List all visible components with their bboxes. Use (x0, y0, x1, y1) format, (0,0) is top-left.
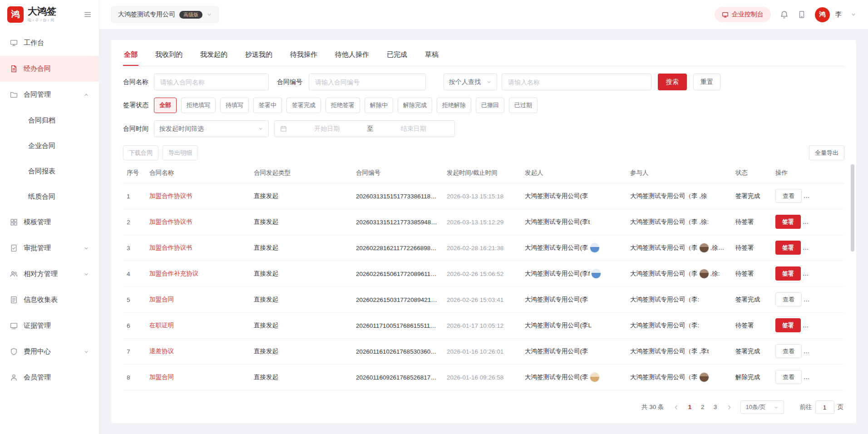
user-avatar[interactable]: 鸿 (815, 7, 830, 22)
sidebar-item-contract-mgmt[interactable]: 合同管理 (0, 82, 99, 108)
time-filter-select[interactable]: 按发起时间筛选 (154, 120, 269, 137)
person-icon (10, 374, 18, 381)
status-chip[interactable]: 已过期 (509, 98, 538, 113)
tab-已完成[interactable]: 已完成 (386, 43, 408, 66)
user-menu-chevron-down-icon[interactable] (851, 12, 856, 17)
person-search-select[interactable]: 按个人查找 (444, 74, 497, 90)
person-name-input[interactable] (502, 74, 651, 90)
sign-button[interactable]: 签署 (775, 266, 801, 281)
enterprise-console-button[interactable]: 企业控制台 (715, 7, 771, 22)
tab-待我操作[interactable]: 待我操作 (289, 43, 318, 66)
view-button[interactable]: 查看 (775, 189, 802, 203)
sidebar-item-approval-mgmt[interactable]: 审批管理 (0, 235, 99, 261)
tab-我发起的[interactable]: 我发起的 (199, 43, 228, 66)
status-chip[interactable]: 签署完成 (286, 98, 321, 113)
sidebar-item-counterparty-mgmt[interactable]: 相对方管理 (0, 261, 99, 287)
initiate-type: 直接发起 (250, 261, 352, 287)
sidebar-item-member-mgmt[interactable]: 会员管理 (0, 365, 99, 390)
contract-name-link[interactable]: 退差协议 (149, 348, 174, 355)
page-size-select[interactable]: 10条/页 (740, 400, 784, 414)
status-chip[interactable]: 拒绝签署 (326, 98, 360, 113)
export-detail-button[interactable]: 导出明细 (163, 145, 198, 160)
sidebar-item-fee-center[interactable]: 费用中心 (0, 339, 99, 365)
sidebar-subitem[interactable]: 纸质合同 (0, 184, 99, 209)
goto-page-input[interactable] (815, 400, 834, 414)
sign-button[interactable]: 签署 (775, 241, 801, 255)
total-count: 共 30 条 (641, 403, 664, 411)
participant-cell: 大鸿签测试专用公司（李 ,徐: (626, 209, 732, 235)
vertical-scrollbar[interactable] (851, 164, 854, 252)
sidebar-item-info-forms[interactable]: 信息收集表 (0, 287, 99, 313)
page-number-2[interactable]: 2 (696, 401, 709, 414)
status-text: 签署完成 (732, 339, 772, 365)
sidebar-subitem[interactable]: 合同报表 (0, 158, 99, 184)
sign-button[interactable]: 签署 (775, 318, 801, 332)
contract-name-link[interactable]: 加盟合作协议书 (149, 192, 192, 199)
search-button[interactable]: 搜索 (658, 74, 687, 90)
status-chip[interactable]: 签署中 (253, 98, 282, 113)
date-range-picker[interactable]: 开始日期 至 结束日期 (274, 120, 455, 137)
table-toolbar: 下载合同 导出明细 全量导出 (123, 145, 844, 160)
row-index: 4 (123, 261, 146, 287)
more-actions-button[interactable]: 更多操作 (806, 241, 844, 255)
more-actions-button[interactable]: 更多操作 (806, 215, 844, 229)
contract-name-link[interactable]: 在职证明 (149, 322, 174, 329)
sign-status-label: 签署状态 (123, 101, 154, 109)
reset-button[interactable]: 重置 (693, 74, 720, 90)
more-actions-button[interactable]: 更多操作 (806, 267, 844, 281)
status-chip[interactable]: 全部 (154, 98, 177, 113)
company-selector[interactable]: 大鸿签测试专用公司 高级版 (111, 6, 219, 23)
initiate-type: 直接发起 (250, 235, 352, 261)
sidebar-item-evidence-mgmt[interactable]: 证据管理 (0, 313, 99, 339)
more-chevron-down-icon (837, 245, 843, 251)
view-button[interactable]: 查看 (775, 344, 802, 358)
more-actions-button[interactable]: 更多操作 (807, 345, 844, 359)
table-row: 9 在 职 证 明 直接发起 2026011411051768359925082… (123, 390, 844, 394)
sidebar-item-template-mgmt[interactable]: 模板管理 (0, 209, 99, 235)
participant-cell: 大鸿签测试专用公司（李: (626, 313, 732, 339)
contract-name-link[interactable]: 加盟合作协议书 (149, 218, 192, 225)
tab-抄送我的[interactable]: 抄送我的 (244, 43, 273, 66)
page-number-1[interactable]: 1 (684, 401, 696, 414)
sidebar-subitem[interactable]: 合同归档 (0, 108, 99, 133)
tab-待他人操作[interactable]: 待他人操作 (334, 43, 370, 66)
status-chip[interactable]: 拒绝解除 (437, 98, 471, 113)
more-actions-button[interactable]: 更多操作 (807, 370, 844, 385)
filter-row-name-code: 合同名称 合同编号 按个人查找 搜索 重置 (123, 74, 844, 90)
sidebar-item-workbench[interactable]: 工作台 (0, 30, 99, 56)
tab-我收到的[interactable]: 我收到的 (154, 43, 183, 66)
sidebar-subitem[interactable]: 企业合同 (0, 133, 99, 158)
contract-code-input[interactable] (309, 74, 426, 90)
device-icon[interactable] (798, 10, 806, 19)
end-date-placeholder: 结束日期 (378, 125, 449, 133)
sidebar-collapse-icon[interactable] (84, 10, 92, 19)
next-page-button[interactable] (725, 404, 734, 410)
sign-button[interactable]: 签署 (775, 215, 801, 229)
status-chip[interactable]: 待填写 (220, 98, 249, 113)
download-contract-button[interactable]: 下载合同 (123, 145, 158, 160)
contract-name-link[interactable]: 加盟合同 (149, 296, 174, 303)
column-header: 发起时间/截止时间 (443, 162, 521, 183)
status-chip[interactable]: 解除完成 (398, 98, 432, 113)
sidebar-item-label: 模板管理 (24, 218, 51, 227)
more-actions-button[interactable]: 更多操作 (806, 319, 844, 333)
contract-name-link[interactable]: 加盟合作协议书 (149, 244, 192, 251)
view-button[interactable]: 查看 (775, 292, 802, 306)
status-chip[interactable]: 拒绝填写 (181, 98, 216, 113)
contract-name-link[interactable]: 加盟合同 (149, 374, 174, 380)
prev-page-button[interactable] (672, 404, 681, 410)
column-header: 序号 (123, 162, 146, 183)
contract-name-input[interactable] (154, 74, 269, 90)
sidebar-item-my-contracts[interactable]: 经办合同 (0, 56, 99, 82)
page-number-3[interactable]: 3 (709, 401, 722, 414)
view-button[interactable]: 查看 (775, 370, 802, 384)
tab-全部[interactable]: 全部 (123, 43, 138, 66)
notification-bell-icon[interactable] (780, 10, 789, 19)
status-chip[interactable]: 解除中 (365, 98, 393, 113)
more-actions-button[interactable]: 更多操作 (807, 189, 844, 203)
more-actions-button[interactable]: 更多操作 (807, 293, 844, 307)
status-chip[interactable]: 已撤回 (476, 98, 504, 113)
tab-草稿[interactable]: 草稿 (424, 43, 439, 66)
contract-name-link[interactable]: 加盟合作补充协议 (149, 270, 198, 277)
export-all-button[interactable]: 全量导出 (809, 145, 844, 160)
